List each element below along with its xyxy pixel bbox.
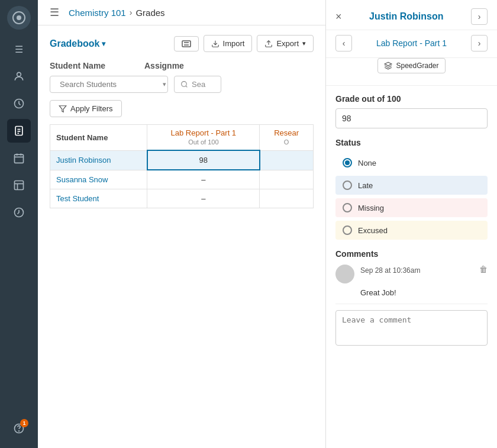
comment-input[interactable] [335, 310, 488, 346]
breadcrumb-course[interactable]: Chemistry 101 [69, 8, 126, 18]
panel-body: Grade out of 100 Status None Late Missin… [326, 86, 497, 356]
settings-button[interactable] [174, 36, 199, 51]
student-name-cell[interactable]: Susanna Snow [50, 170, 147, 189]
table-row: Test Student– [50, 189, 314, 208]
score-cell[interactable]: – [147, 189, 260, 208]
sidebar-item-help[interactable]: 1 [7, 417, 31, 440]
grade-section: Grade out of 100 [335, 94, 488, 128]
col-header-student: Student Name [50, 125, 147, 151]
sidebar-item-clock[interactable] [7, 92, 31, 115]
svg-rect-8 [15, 154, 24, 163]
speedgrader-label: SpeedGrader [396, 62, 438, 70]
import-label: Import [223, 39, 245, 48]
svg-point-1 [17, 15, 21, 20]
breadcrumb-separator: › [130, 8, 133, 17]
status-missing-label: Missing [358, 204, 384, 212]
assignments-header: Assignme [144, 60, 314, 71]
svg-point-17 [19, 431, 20, 431]
gradebook-area: Gradebook ▾ Import Export ▾ Student Name [38, 25, 325, 448]
sidebar-logo[interactable] [7, 6, 31, 30]
gradebook-table: Student Name Lab Report - Part 1 Out of … [50, 124, 314, 208]
export-label: Export [276, 39, 299, 48]
status-radio-excused [343, 225, 352, 235]
status-radio-missing [343, 203, 352, 212]
student-name-cell[interactable]: Justin Robinson [50, 150, 147, 170]
export-dropdown-icon: ▾ [302, 40, 306, 47]
student-link[interactable]: Susanna Snow [56, 175, 108, 184]
status-section: Status None Late Missing Excused [335, 138, 488, 240]
gradebook-toolbar: Gradebook ▾ Import Export ▾ [50, 35, 314, 52]
panel-header: × Justin Robinson › [326, 0, 497, 30]
export-button[interactable]: Export ▾ [257, 35, 314, 52]
gradebook-dropdown-icon: ▾ [102, 40, 105, 48]
panel-student-name: Justin Robinson [342, 11, 471, 22]
apply-filters-button[interactable]: Apply Filters [50, 100, 122, 117]
student-link[interactable]: Justin Robinson [56, 156, 111, 165]
student-names-header: Student Name [50, 60, 138, 71]
status-radio-none [343, 158, 352, 167]
score-cell[interactable]: – [147, 170, 260, 189]
student-search-box[interactable]: ▾ [50, 76, 168, 93]
status-option-excused[interactable]: Excused [335, 221, 488, 240]
comment-time: Sep 28 at 10:36am [360, 266, 420, 275]
sidebar-hamburger[interactable]: ☰ [7, 37, 31, 61]
comment-delete-button[interactable]: 🗑 [479, 265, 488, 274]
hamburger-menu[interactable]: ☰ [50, 6, 59, 19]
status-option-late[interactable]: Late [335, 176, 488, 195]
svg-marker-27 [59, 105, 66, 112]
sidebar-item-profile[interactable] [7, 65, 31, 88]
svg-point-2 [17, 72, 21, 76]
status-excused-label: Excused [358, 226, 388, 235]
score-cell-2 [260, 150, 314, 170]
search-dropdown-icon: ▾ [163, 80, 166, 88]
sidebar-item-grades[interactable] [7, 173, 31, 197]
right-panel: × Justin Robinson › ‹ Lab Report - Part … [325, 0, 497, 448]
grade-label: Grade out of 100 [335, 94, 488, 104]
student-name-cell[interactable]: Test Student [50, 189, 147, 208]
score-cell-2 [260, 170, 314, 189]
topnav: ☰ Chemistry 101 › Grades [38, 0, 325, 25]
status-option-missing[interactable]: Missing [335, 198, 488, 217]
main-content: ☰ Chemistry 101 › Grades Gradebook ▾ Imp… [38, 0, 325, 448]
status-option-none[interactable]: None [335, 153, 488, 172]
breadcrumb: Chemistry 101 › Grades [69, 8, 165, 18]
svg-rect-12 [15, 181, 24, 190]
status-late-label: Late [358, 181, 373, 190]
panel-prev-assignment-button[interactable]: ‹ [335, 35, 352, 51]
comment-item: Sep 28 at 10:36am 🗑 [335, 265, 488, 283]
speedgrader-button[interactable]: SpeedGrader [377, 58, 445, 73]
panel-next-student-button[interactable]: › [471, 8, 488, 25]
assignment-search-box[interactable]: Sea [174, 76, 221, 93]
grade-input[interactable] [335, 108, 488, 128]
apply-filters-label: Apply Filters [70, 104, 113, 113]
col-header-research[interactable]: Resear O [260, 125, 314, 151]
help-badge: 1 [20, 419, 28, 427]
status-label: Status [335, 138, 488, 147]
sidebar-item-calendar[interactable] [7, 146, 31, 170]
search-filter-area: ▾ Sea [50, 76, 314, 93]
svg-line-26 [186, 86, 187, 87]
panel-next-assignment-button[interactable]: › [471, 35, 488, 51]
assignment-search-placeholder: Sea [192, 80, 205, 89]
score-cell[interactable]: 98 [147, 150, 260, 170]
table-row: Susanna Snow– [50, 170, 314, 189]
comment-text: Great Job! [360, 288, 396, 297]
comments-section: Comments Sep 28 at 10:36am 🗑 Great Job! [335, 249, 488, 348]
sidebar-item-document[interactable] [7, 119, 31, 143]
comment-avatar [335, 265, 354, 283]
gradebook-label: Gradebook [50, 38, 99, 49]
panel-close-button[interactable]: × [335, 11, 342, 23]
panel-assignment-title: Lab Report - Part 1 [357, 38, 466, 48]
student-search-input[interactable] [60, 80, 159, 89]
comment-divider [335, 304, 488, 304]
gradebook-title[interactable]: Gradebook ▾ [50, 38, 105, 49]
sidebar-item-history[interactable] [7, 201, 31, 224]
speedgrader-area: SpeedGrader [326, 58, 497, 86]
student-link[interactable]: Test Student [56, 194, 99, 203]
svg-point-25 [182, 82, 187, 87]
import-button[interactable]: Import [204, 35, 253, 52]
sidebar: ☰ 1 [0, 0, 38, 448]
score-cell-2 [260, 189, 314, 208]
col-header-lab-report[interactable]: Lab Report - Part 1 Out of 100 [147, 125, 260, 151]
svg-rect-18 [182, 41, 191, 47]
